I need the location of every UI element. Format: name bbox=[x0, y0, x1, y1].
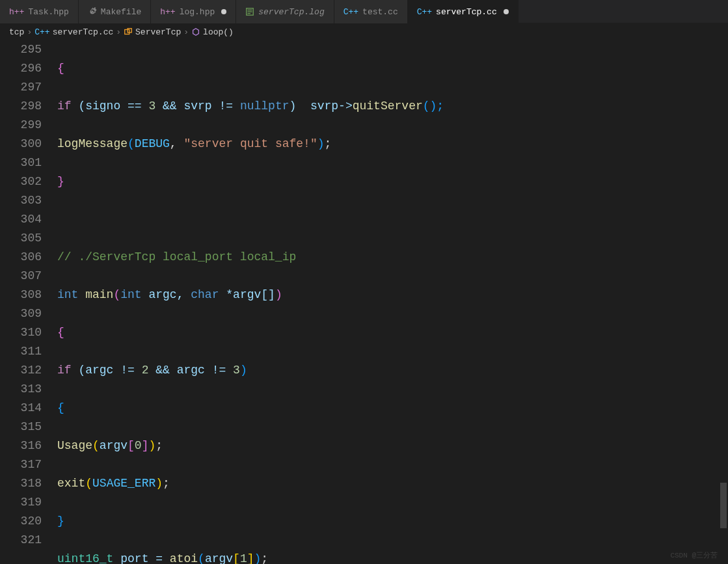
hpp-icon: h++ bbox=[9, 7, 24, 17]
dirty-indicator-icon bbox=[504, 9, 509, 14]
chevron-right-icon: › bbox=[183, 27, 189, 37]
breadcrumb-class[interactable]: ServerTcp bbox=[124, 27, 181, 37]
tab-label: Makefile bbox=[101, 7, 141, 17]
breadcrumb-folder[interactable]: tcp bbox=[9, 27, 24, 37]
cpp-icon: C++ bbox=[417, 7, 432, 17]
tab-label: serverTcp.log bbox=[258, 7, 324, 17]
breadcrumb-file[interactable]: C++ serverTcp.cc bbox=[34, 27, 113, 37]
tab-servertcp-cc[interactable]: C++ serverTcp.cc bbox=[408, 0, 519, 23]
svg-rect-4 bbox=[125, 30, 129, 34]
breadcrumb-label: ServerTcp bbox=[135, 27, 181, 37]
tab-makefile[interactable]: Makefile bbox=[79, 0, 151, 23]
watermark: CSDN @三分苦 bbox=[670, 550, 718, 560]
tab-task-hpp[interactable]: h++ Task.hpp bbox=[0, 0, 79, 23]
hpp-icon: h++ bbox=[160, 7, 175, 17]
code-area[interactable]: { if (signo == 3 && svrp != nullptr) svr… bbox=[53, 40, 728, 564]
cpp-icon: C++ bbox=[34, 27, 49, 37]
tab-servertcp-log[interactable]: serverTcp.log bbox=[236, 0, 334, 23]
chevron-right-icon: › bbox=[116, 27, 121, 37]
chevron-right-icon: › bbox=[27, 27, 32, 37]
scrollbar-thumb[interactable] bbox=[720, 483, 727, 528]
tab-bar: h++ Task.hpp Makefile h++ log.hpp server… bbox=[0, 0, 728, 23]
method-icon bbox=[191, 27, 200, 37]
class-icon bbox=[124, 27, 133, 37]
breadcrumb-method[interactable]: loop() bbox=[191, 27, 234, 37]
tab-label: log.hpp bbox=[180, 7, 215, 17]
tab-label: serverTcp.cc bbox=[436, 7, 497, 17]
tab-test-cc[interactable]: C++ test.cc bbox=[334, 0, 408, 23]
breadcrumb-label: serverTcp.cc bbox=[53, 27, 114, 37]
breadcrumb-label: loop() bbox=[203, 27, 234, 37]
breadcrumb: tcp › C++ serverTcp.cc › ServerTcp › loo… bbox=[0, 23, 728, 40]
tab-label: test.cc bbox=[362, 7, 398, 17]
dirty-indicator-icon bbox=[221, 9, 226, 14]
cpp-icon: C++ bbox=[344, 7, 358, 17]
editor[interactable]: 295296297298 299300301302 303304305306 3… bbox=[0, 40, 728, 564]
tab-label: Task.hpp bbox=[28, 7, 68, 17]
line-number-gutter: 295296297298 299300301302 303304305306 3… bbox=[0, 40, 53, 564]
cog-icon bbox=[88, 7, 97, 17]
editor-scrollbar[interactable] bbox=[719, 40, 728, 564]
tab-log-hpp[interactable]: h++ log.hpp bbox=[151, 0, 236, 23]
breadcrumb-label: tcp bbox=[9, 27, 24, 37]
log-icon bbox=[245, 7, 254, 17]
